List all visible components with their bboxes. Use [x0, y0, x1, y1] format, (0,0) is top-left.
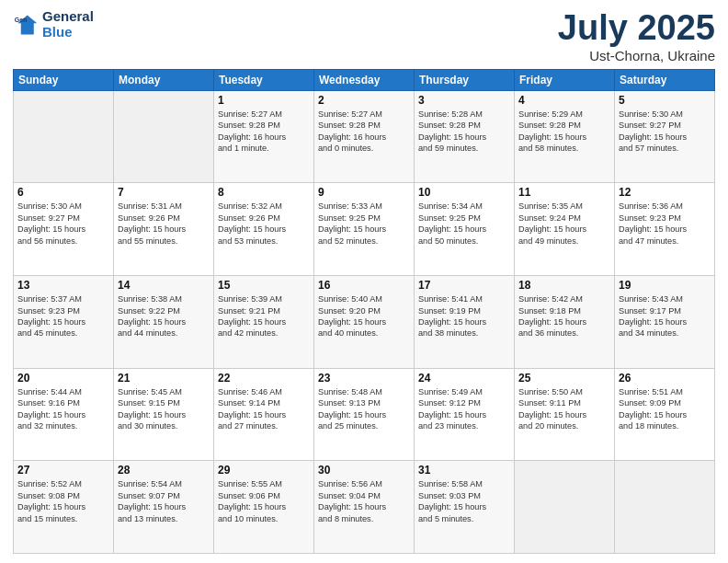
calendar-table: SundayMondayTuesdayWednesdayThursdayFrid…	[13, 69, 715, 554]
day-info: Sunrise: 5:44 AM Sunset: 9:16 PM Dayligh…	[17, 386, 109, 432]
calendar-week-5: 27Sunrise: 5:52 AM Sunset: 9:08 PM Dayli…	[14, 461, 715, 554]
col-header-saturday: Saturday	[615, 69, 715, 90]
day-info: Sunrise: 5:54 AM Sunset: 9:07 PM Dayligh…	[118, 478, 210, 524]
day-number: 23	[318, 372, 410, 385]
calendar-week-4: 20Sunrise: 5:44 AM Sunset: 9:16 PM Dayli…	[14, 368, 715, 461]
calendar-cell: 22Sunrise: 5:46 AM Sunset: 9:14 PM Dayli…	[214, 368, 314, 461]
calendar-header-row: SundayMondayTuesdayWednesdayThursdayFrid…	[14, 69, 715, 90]
calendar-cell: 4Sunrise: 5:29 AM Sunset: 9:28 PM Daylig…	[515, 90, 615, 183]
calendar-cell: 2Sunrise: 5:27 AM Sunset: 9:28 PM Daylig…	[314, 90, 415, 183]
cal-subtitle: Ust-Chorna, Ukraine	[558, 48, 715, 63]
logo-line2: Blue	[42, 25, 94, 40]
calendar-cell: 11Sunrise: 5:35 AM Sunset: 9:24 PM Dayli…	[515, 183, 615, 276]
calendar-cell: 19Sunrise: 5:43 AM Sunset: 9:17 PM Dayli…	[615, 276, 715, 369]
col-header-tuesday: Tuesday	[214, 69, 314, 90]
day-info: Sunrise: 5:40 AM Sunset: 9:20 PM Dayligh…	[318, 293, 410, 339]
day-number: 4	[518, 94, 610, 107]
calendar-cell: 26Sunrise: 5:51 AM Sunset: 9:09 PM Dayli…	[615, 368, 715, 461]
calendar-cell: 29Sunrise: 5:55 AM Sunset: 9:06 PM Dayli…	[214, 461, 314, 554]
day-info: Sunrise: 5:35 AM Sunset: 9:24 PM Dayligh…	[518, 201, 610, 247]
day-info: Sunrise: 5:46 AM Sunset: 9:14 PM Dayligh…	[218, 386, 310, 432]
calendar-cell: 13Sunrise: 5:37 AM Sunset: 9:23 PM Dayli…	[14, 276, 114, 369]
day-info: Sunrise: 5:28 AM Sunset: 9:28 PM Dayligh…	[418, 109, 510, 155]
logo-line1: General	[42, 9, 94, 25]
day-info: Sunrise: 5:51 AM Sunset: 9:09 PM Dayligh…	[619, 386, 711, 432]
day-number: 25	[518, 372, 610, 385]
calendar-cell: 15Sunrise: 5:39 AM Sunset: 9:21 PM Dayli…	[214, 276, 314, 369]
calendar-cell	[615, 461, 715, 554]
calendar-cell: 24Sunrise: 5:49 AM Sunset: 9:12 PM Dayli…	[415, 368, 515, 461]
calendar-cell: 9Sunrise: 5:33 AM Sunset: 9:25 PM Daylig…	[314, 183, 415, 276]
day-info: Sunrise: 5:48 AM Sunset: 9:13 PM Dayligh…	[318, 386, 410, 432]
day-number: 6	[17, 186, 109, 199]
day-info: Sunrise: 5:49 AM Sunset: 9:12 PM Dayligh…	[418, 386, 510, 432]
day-number: 16	[318, 279, 410, 292]
col-header-monday: Monday	[114, 69, 214, 90]
col-header-thursday: Thursday	[415, 69, 515, 90]
day-number: 22	[218, 372, 310, 385]
day-info: Sunrise: 5:41 AM Sunset: 9:19 PM Dayligh…	[418, 293, 510, 339]
cal-title: July 2025	[558, 9, 715, 48]
svg-text:Gen: Gen	[15, 17, 28, 23]
day-info: Sunrise: 5:43 AM Sunset: 9:17 PM Dayligh…	[619, 293, 711, 339]
day-number: 12	[619, 186, 711, 199]
day-info: Sunrise: 5:29 AM Sunset: 9:28 PM Dayligh…	[518, 109, 610, 155]
day-info: Sunrise: 5:30 AM Sunset: 9:27 PM Dayligh…	[619, 109, 711, 155]
day-number: 30	[318, 464, 410, 477]
calendar-cell	[515, 461, 615, 554]
day-number: 3	[418, 94, 510, 107]
day-number: 20	[17, 372, 109, 385]
day-info: Sunrise: 5:33 AM Sunset: 9:25 PM Dayligh…	[318, 201, 410, 247]
day-info: Sunrise: 5:55 AM Sunset: 9:06 PM Dayligh…	[218, 478, 310, 524]
day-info: Sunrise: 5:45 AM Sunset: 9:15 PM Dayligh…	[118, 386, 210, 432]
calendar-cell: 5Sunrise: 5:30 AM Sunset: 9:27 PM Daylig…	[615, 90, 715, 183]
day-number: 10	[418, 186, 510, 199]
calendar-cell: 31Sunrise: 5:58 AM Sunset: 9:03 PM Dayli…	[415, 461, 515, 554]
day-number: 26	[619, 372, 711, 385]
day-number: 7	[118, 186, 210, 199]
col-header-wednesday: Wednesday	[314, 69, 415, 90]
day-number: 15	[218, 279, 310, 292]
day-info: Sunrise: 5:58 AM Sunset: 9:03 PM Dayligh…	[418, 478, 510, 524]
day-number: 2	[318, 94, 410, 107]
day-info: Sunrise: 5:39 AM Sunset: 9:21 PM Dayligh…	[218, 293, 310, 339]
day-number: 24	[418, 372, 510, 385]
calendar-cell: 17Sunrise: 5:41 AM Sunset: 9:19 PM Dayli…	[415, 276, 515, 369]
day-number: 1	[218, 94, 310, 107]
calendar-cell: 27Sunrise: 5:52 AM Sunset: 9:08 PM Dayli…	[14, 461, 114, 554]
calendar-week-2: 6Sunrise: 5:30 AM Sunset: 9:27 PM Daylig…	[14, 183, 715, 276]
calendar-cell: 30Sunrise: 5:56 AM Sunset: 9:04 PM Dayli…	[314, 461, 415, 554]
calendar-cell: 12Sunrise: 5:36 AM Sunset: 9:23 PM Dayli…	[615, 183, 715, 276]
day-info: Sunrise: 5:30 AM Sunset: 9:27 PM Dayligh…	[17, 201, 109, 247]
day-number: 18	[518, 279, 610, 292]
calendar-week-1: 1Sunrise: 5:27 AM Sunset: 9:28 PM Daylig…	[14, 90, 715, 183]
calendar-cell: 23Sunrise: 5:48 AM Sunset: 9:13 PM Dayli…	[314, 368, 415, 461]
day-info: Sunrise: 5:42 AM Sunset: 9:18 PM Dayligh…	[518, 293, 610, 339]
logo-icon: Gen	[13, 12, 39, 38]
calendar-cell: 25Sunrise: 5:50 AM Sunset: 9:11 PM Dayli…	[515, 368, 615, 461]
day-number: 17	[418, 279, 510, 292]
col-header-friday: Friday	[515, 69, 615, 90]
day-number: 19	[619, 279, 711, 292]
calendar-cell: 20Sunrise: 5:44 AM Sunset: 9:16 PM Dayli…	[14, 368, 114, 461]
calendar-cell: 16Sunrise: 5:40 AM Sunset: 9:20 PM Dayli…	[314, 276, 415, 369]
title-block: July 2025 Ust-Chorna, Ukraine	[558, 9, 715, 63]
day-number: 29	[218, 464, 310, 477]
col-header-sunday: Sunday	[14, 69, 114, 90]
day-info: Sunrise: 5:52 AM Sunset: 9:08 PM Dayligh…	[17, 478, 109, 524]
calendar-cell: 8Sunrise: 5:32 AM Sunset: 9:26 PM Daylig…	[214, 183, 314, 276]
calendar-cell: 1Sunrise: 5:27 AM Sunset: 9:28 PM Daylig…	[214, 90, 314, 183]
calendar-cell: 3Sunrise: 5:28 AM Sunset: 9:28 PM Daylig…	[415, 90, 515, 183]
calendar-cell: 10Sunrise: 5:34 AM Sunset: 9:25 PM Dayli…	[415, 183, 515, 276]
calendar-cell: 14Sunrise: 5:38 AM Sunset: 9:22 PM Dayli…	[114, 276, 214, 369]
day-info: Sunrise: 5:27 AM Sunset: 9:28 PM Dayligh…	[218, 109, 310, 155]
day-info: Sunrise: 5:27 AM Sunset: 9:28 PM Dayligh…	[318, 109, 410, 155]
day-info: Sunrise: 5:37 AM Sunset: 9:23 PM Dayligh…	[17, 293, 109, 339]
calendar-cell	[114, 90, 214, 183]
logo: Gen General Blue	[13, 9, 94, 40]
day-info: Sunrise: 5:56 AM Sunset: 9:04 PM Dayligh…	[318, 478, 410, 524]
day-info: Sunrise: 5:34 AM Sunset: 9:25 PM Dayligh…	[418, 201, 510, 247]
day-number: 21	[118, 372, 210, 385]
calendar-cell: 21Sunrise: 5:45 AM Sunset: 9:15 PM Dayli…	[114, 368, 214, 461]
day-info: Sunrise: 5:36 AM Sunset: 9:23 PM Dayligh…	[619, 201, 711, 247]
